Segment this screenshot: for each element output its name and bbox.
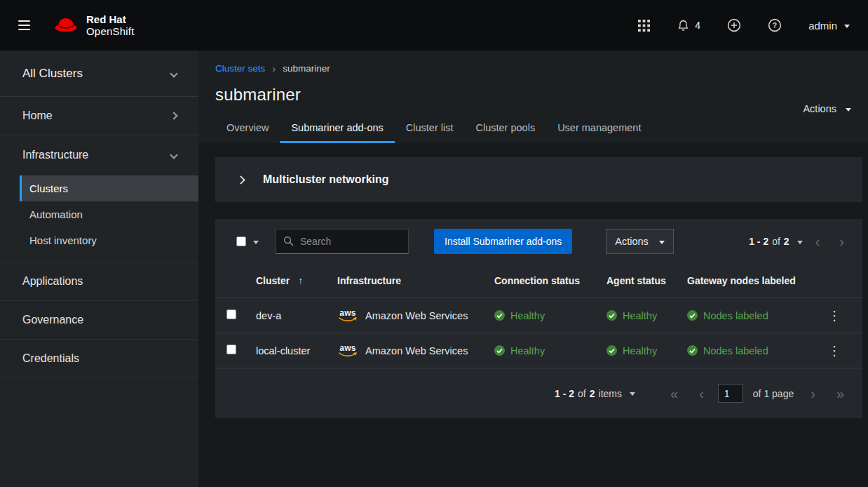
tab-cluster-list[interactable]: Cluster list	[395, 114, 465, 143]
last-page-button[interactable]: »	[829, 385, 851, 402]
infrastructure-provider: Amazon Web Services	[365, 310, 468, 321]
page-title: submariner	[215, 85, 851, 105]
table-row: dev-a aws Amazon Web Services	[215, 298, 862, 333]
caret-down-icon	[659, 241, 665, 247]
table-header-row: Cluster↑ Infrastructure Connection statu…	[215, 264, 862, 298]
chevron-down-icon	[170, 69, 177, 77]
aws-icon: aws	[337, 309, 358, 322]
check-circle-icon	[687, 345, 698, 356]
first-page-button[interactable]: «	[663, 385, 685, 402]
brand-logo: Red Hat OpenShift	[53, 13, 135, 37]
check-circle-icon	[494, 345, 505, 356]
plus-circle-icon	[727, 18, 741, 32]
user-menu-button[interactable]: admin	[803, 14, 850, 37]
row-kebab-menu[interactable]: ⋮	[818, 305, 851, 326]
column-header-agent-status[interactable]: Agent status	[606, 275, 687, 286]
prev-page-button[interactable]: ‹	[808, 233, 827, 250]
notifications-button[interactable]: 4	[671, 13, 706, 38]
prev-page-button[interactable]: ‹	[692, 385, 711, 402]
multicluster-networking-toggle[interactable]: Multicluster networking	[215, 157, 862, 202]
current-page-input[interactable]	[718, 384, 743, 403]
row-checkbox[interactable]	[226, 309, 236, 319]
tab-submariner-add-ons[interactable]: Submariner add-ons	[280, 114, 394, 143]
column-header-cluster[interactable]: Cluster↑	[256, 275, 337, 286]
gateway-nodes-link[interactable]: Nodes labeled	[703, 310, 768, 321]
sidebar-item-automation[interactable]: Automation	[20, 201, 198, 227]
perspective-switcher[interactable]: All Clusters	[0, 51, 198, 97]
sidebar-item-credentials[interactable]: Credentials	[0, 340, 198, 378]
tab-bar: Overview Submariner add-ons Cluster list…	[215, 114, 851, 143]
aws-icon: aws	[337, 345, 358, 357]
tab-user-management[interactable]: User management	[546, 114, 652, 143]
expandable-section-title: Multicluster networking	[263, 173, 389, 186]
bulk-select-dropdown[interactable]	[236, 236, 259, 246]
help-button[interactable]: ?	[762, 13, 787, 38]
caret-down-icon	[630, 392, 635, 399]
brand-name: Red Hat	[86, 13, 135, 25]
sidebar-item-host-inventory[interactable]: Host inventory	[20, 227, 198, 253]
breadcrumb-link-cluster-sets[interactable]: Cluster sets	[215, 63, 265, 74]
chevron-right-icon	[236, 175, 245, 185]
sidebar-item-label: Credentials	[22, 352, 79, 365]
next-page-button[interactable]: ›	[832, 233, 851, 250]
caret-down-icon	[253, 241, 259, 247]
breadcrumb-current: submariner	[283, 63, 330, 74]
column-header-infrastructure[interactable]: Infrastructure	[337, 275, 494, 286]
sidebar-item-home[interactable]: Home	[0, 97, 198, 135]
pagination-top: 1 - 2 of 2 ‹ ›	[749, 233, 851, 250]
caret-down-icon	[846, 108, 851, 114]
search-icon	[283, 236, 294, 246]
check-circle-icon	[494, 310, 505, 321]
column-header-gateway-nodes[interactable]: Gateway nodes labeled	[687, 275, 818, 286]
svg-text:?: ?	[773, 22, 777, 29]
connection-status-link[interactable]: Healthy	[510, 345, 545, 356]
agent-status-link[interactable]: Healthy	[623, 310, 657, 321]
check-circle-icon	[606, 310, 617, 321]
sidebar-item-label: Automation	[29, 208, 83, 220]
next-page-button[interactable]: ›	[803, 385, 822, 402]
table-toolbar: Install Submariner add-ons Actions 1 - 2…	[215, 219, 862, 264]
chevron-down-icon	[170, 151, 177, 159]
sidebar-item-clusters[interactable]: Clusters	[20, 175, 198, 201]
apps-grid-icon	[638, 20, 650, 32]
row-kebab-menu[interactable]: ⋮	[818, 340, 851, 361]
row-checkbox[interactable]	[226, 345, 236, 354]
sidebar-item-label: Clusters	[29, 182, 68, 194]
bell-icon	[677, 19, 690, 32]
pagination-range: 1 - 2	[749, 236, 768, 247]
sidebar-item-governance[interactable]: Governance	[0, 301, 198, 340]
connection-status-link[interactable]: Healthy	[510, 310, 545, 321]
perspective-label: All Clusters	[22, 67, 83, 81]
pagination-menu-toggle[interactable]: 1 - 2 of 2	[749, 236, 803, 247]
agent-status-link[interactable]: Healthy	[623, 345, 657, 356]
pagination-bottom: 1 - 2 of 2 items « ‹ of 1 page › »	[215, 368, 862, 418]
infrastructure-provider: Amazon Web Services	[365, 345, 468, 356]
create-button[interactable]	[721, 13, 747, 38]
bulk-select-checkbox[interactable]	[236, 236, 246, 246]
install-submariner-button[interactable]: Install Submariner add-ons	[434, 229, 572, 254]
tab-overview[interactable]: Overview	[215, 114, 280, 143]
app-launcher-button[interactable]	[632, 14, 656, 37]
sidebar-item-infrastructure[interactable]: Infrastructure	[0, 135, 198, 174]
notification-count: 4	[695, 20, 700, 31]
toolbar-actions-dropdown[interactable]: Actions	[606, 229, 674, 254]
sidebar-item-label: Home	[22, 109, 53, 122]
column-header-connection-status[interactable]: Connection status	[494, 275, 606, 286]
search-input[interactable]	[276, 229, 409, 254]
menu-icon	[18, 20, 30, 30]
page-actions-dropdown[interactable]: Actions	[803, 103, 851, 114]
gateway-nodes-link[interactable]: Nodes labeled	[703, 345, 768, 356]
nav-toggle-button[interactable]	[14, 13, 34, 37]
check-circle-icon	[606, 345, 617, 356]
pagination-of: of	[772, 236, 780, 247]
search-box	[276, 229, 409, 254]
tab-cluster-pools[interactable]: Cluster pools	[465, 114, 547, 143]
pagination-menu-toggle[interactable]: 1 - 2 of 2 items	[555, 388, 635, 399]
page-count-label: of 1 page	[753, 388, 794, 399]
brand-product: OpenShift	[86, 25, 135, 37]
sidebar-item-applications[interactable]: Applications	[0, 262, 198, 301]
pagination-of: of	[578, 388, 586, 399]
caret-down-icon	[797, 241, 803, 247]
question-circle-icon: ?	[768, 18, 782, 32]
page-header: Cluster sets › submariner submariner Act…	[198, 51, 868, 143]
